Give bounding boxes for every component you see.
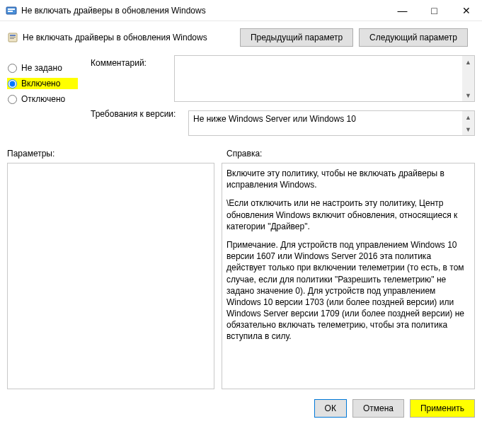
comment-field[interactable]: ▲ ▼ [174,55,475,102]
requirements-text: Не ниже Windows Server или Windows 10 [189,111,474,127]
radio-enabled-input[interactable] [8,79,17,88]
maximize-button[interactable]: □ [418,0,450,21]
radio-disabled[interactable]: Отключено [7,93,78,105]
parameters-panel [7,163,214,389]
help-label: Справка: [219,149,475,159]
prev-setting-button[interactable]: Предыдущий параметр [240,28,353,47]
gpedit-icon [6,5,17,16]
titlebar: Не включать драйверы в обновления Window… [0,0,482,21]
minimize-button[interactable]: — [386,0,418,21]
svg-rect-1 [8,8,15,10]
scroll-up-icon[interactable]: ▲ [462,111,474,123]
window-title: Не включать драйверы в обновления Window… [21,6,386,16]
requirements-label: Требования к версии: [91,106,181,136]
comment-label: Комментарий: [91,55,167,102]
radio-not-configured-input[interactable] [8,64,17,73]
radio-enabled[interactable]: Включено [7,78,78,89]
scroll-up-icon[interactable]: ▲ [462,56,474,68]
policy-title: Не включать драйверы в обновления Window… [23,33,240,42]
dialog-footer: ОК Отмена Применить [0,389,482,425]
next-setting-button[interactable]: Следующий параметр [359,28,468,47]
svg-rect-5 [10,37,16,38]
help-paragraph: \Если отключить или не настроить эту пол… [226,197,470,232]
comment-text [175,56,474,62]
requirements-field: Не ниже Windows Server или Windows 10 ▲ … [188,110,475,136]
svg-rect-6 [10,38,14,39]
help-panel: Включите эту политику, чтобы не включать… [222,163,475,389]
parameters-label: Параметры: [7,149,219,159]
requirements-scrollbar[interactable]: ▲ ▼ [462,111,474,135]
svg-rect-2 [8,11,13,12]
scroll-down-icon[interactable]: ▼ [462,123,474,135]
apply-button[interactable]: Применить [410,399,475,418]
state-radios: Не задано Включено Отключено [7,55,78,109]
radio-not-configured[interactable]: Не задано [7,62,78,74]
close-button[interactable]: ✕ [450,0,482,21]
radio-disabled-input[interactable] [8,95,17,104]
window-controls: — □ ✕ [386,0,482,21]
radio-enabled-label: Включено [21,79,60,88]
scroll-down-icon[interactable]: ▼ [462,89,474,101]
help-paragraph: Примечание. Для устройств под управление… [226,239,470,343]
radio-disabled-label: Отключено [21,94,65,104]
cancel-button[interactable]: Отмена [352,399,404,418]
policy-icon [7,32,18,43]
radio-not-configured-label: Не задано [21,63,62,73]
help-paragraph: Включите эту политику, чтобы не включать… [226,168,470,190]
ok-button[interactable]: ОК [314,399,347,418]
svg-rect-4 [10,35,16,36]
comment-scrollbar[interactable]: ▲ ▼ [462,56,474,101]
subheader: Не включать драйверы в обновления Window… [0,21,482,51]
